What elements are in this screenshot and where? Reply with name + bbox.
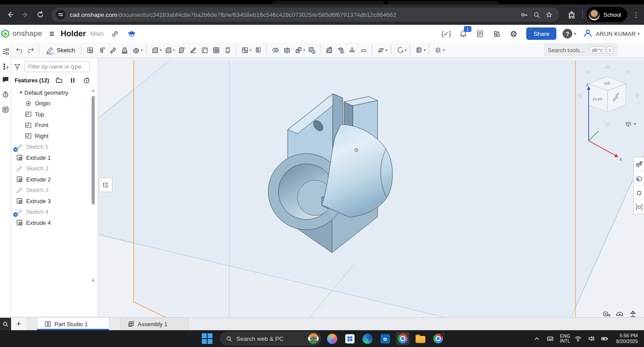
- new-tab-button[interactable]: +: [11, 318, 26, 330]
- chevron-down-icon[interactable]: ▾: [303, 48, 305, 52]
- tab-part-studio-1[interactable]: Part Studio 1: [37, 318, 109, 330]
- zoom-icon[interactable]: [530, 8, 543, 21]
- tray-chevron-up-icon[interactable]: [532, 333, 542, 344]
- browser-menu-icon[interactable]: ⋮: [631, 11, 641, 19]
- properties-panel-icon[interactable]: [1, 105, 10, 114]
- offset-surface-icon[interactable]: [358, 44, 369, 56]
- tree-group-default-geometry[interactable]: ▼ Default geometry: [11, 87, 98, 98]
- mass-properties-icon[interactable]: [628, 308, 638, 317]
- password-key-icon[interactable]: [518, 8, 530, 21]
- site-settings-icon[interactable]: [56, 10, 66, 19]
- cylinder-icon[interactable]: [222, 44, 233, 56]
- composite-curve-icon[interactable]: [394, 44, 405, 56]
- isolate-icon[interactable]: [634, 200, 644, 214]
- view-cube[interactable]: Top Front Right Z X: [575, 62, 644, 162]
- transform-icon[interactable]: [293, 44, 304, 56]
- reload-button[interactable]: [33, 7, 48, 22]
- viewport-canvas[interactable]: [98, 58, 644, 317]
- rollback-history-icon[interactable]: [83, 77, 90, 84]
- split-icon[interactable]: [281, 44, 293, 56]
- file-explorer-app-icon[interactable]: [414, 332, 427, 345]
- tree-item-sketch-3[interactable]: Sketch 3: [11, 185, 98, 196]
- tree-scrollbar[interactable]: ▲ ▼: [91, 87, 96, 286]
- chevron-down-icon[interactable]: ▾: [405, 48, 406, 52]
- scroll-down-icon[interactable]: ▼: [91, 278, 95, 283]
- workspace-branch[interactable]: Main: [90, 30, 104, 37]
- appearance-icon[interactable]: [634, 158, 644, 172]
- suppress-pause-icon[interactable]: [69, 77, 77, 84]
- rib-icon[interactable]: [187, 44, 199, 56]
- redo-icon[interactable]: [25, 44, 36, 56]
- browser-profile-button[interactable]: School: [586, 7, 627, 22]
- forward-button[interactable]: [18, 7, 33, 22]
- app-store-icon[interactable]: [491, 28, 502, 39]
- chevron-down-icon[interactable]: ▾: [141, 48, 143, 52]
- linear-pattern-icon[interactable]: [239, 44, 251, 56]
- chevron-down-icon[interactable]: ▾: [160, 48, 162, 52]
- search-tools-box[interactable]: Search tools... alt/⌥ c: [544, 44, 617, 56]
- modify-fillet-icon[interactable]: [323, 44, 335, 56]
- wifi-icon[interactable]: [573, 333, 583, 344]
- comments-panel-icon[interactable]: [1, 75, 10, 84]
- origin-marker[interactable]: [355, 149, 358, 152]
- microsoft-store-app-icon[interactable]: [343, 332, 356, 345]
- chevron-down-icon[interactable]: ▾: [173, 48, 175, 52]
- chevron-down-icon[interactable]: ▾: [386, 48, 387, 52]
- browser-tab-hint[interactable]: [387, 1, 499, 4]
- notifications-bell-icon[interactable]: 1: [457, 28, 469, 39]
- extensions-icon[interactable]: [564, 7, 579, 22]
- tree-item-front-plane[interactable]: Front: [11, 120, 98, 131]
- section-view-icon[interactable]: [634, 172, 644, 186]
- add-folder-icon[interactable]: [55, 77, 63, 84]
- sweep-icon[interactable]: [107, 44, 119, 56]
- move-face-icon[interactable]: [346, 44, 358, 56]
- copilot-app-icon[interactable]: [325, 332, 339, 345]
- sketch-button[interactable]: Sketch: [42, 44, 78, 56]
- tree-item-extrude-2[interactable]: Extrude 2: [11, 174, 98, 185]
- chevron-down-icon[interactable]: ▾: [443, 48, 444, 52]
- filter-input[interactable]: [24, 62, 90, 72]
- shell-icon[interactable]: [199, 44, 210, 56]
- document-menu-icon[interactable]: ≡: [49, 29, 54, 39]
- browser-tab-hint[interactable]: [272, 1, 384, 4]
- settings-gear-icon[interactable]: [432, 44, 443, 56]
- variables-panel-icon[interactable]: [1, 62, 10, 71]
- delete-face-icon[interactable]: [335, 44, 346, 56]
- tree-item-extrude-3[interactable]: Extrude 3: [11, 196, 98, 207]
- language-indicator[interactable]: ENGINTL: [560, 334, 570, 343]
- hole-icon[interactable]: [210, 44, 222, 56]
- delete-part-icon[interactable]: [306, 44, 317, 56]
- 3d-viewport[interactable]: Top Front Right Z X ▾: [98, 58, 644, 317]
- tree-item-sketch-1[interactable]: Sketch 1: [11, 142, 98, 153]
- url-host[interactable]: cad.onshape.com: [70, 12, 117, 18]
- scrollbar-thumb[interactable]: [92, 96, 95, 204]
- view-options-button[interactable]: ▾: [622, 119, 639, 129]
- battery-icon[interactable]: [599, 333, 610, 344]
- chevron-down-icon[interactable]: ▼: [19, 90, 24, 95]
- plane-icon[interactable]: [375, 44, 386, 56]
- edge-app-icon[interactable]: [361, 332, 374, 345]
- tab-assembly-1[interactable]: Assembly 1: [120, 318, 188, 330]
- tree-item-top-plane[interactable]: Top: [11, 109, 98, 120]
- chrome-profile-app-icon[interactable]: [432, 332, 445, 345]
- start-button[interactable]: [201, 333, 213, 344]
- undo-icon[interactable]: [13, 44, 25, 56]
- clock[interactable]: 5:56 PM 8/20/2025: [616, 333, 638, 344]
- help-menu[interactable]: ? ▾: [563, 29, 576, 39]
- chrome-app-icon-active[interactable]: [396, 332, 409, 345]
- help-icon[interactable]: ?: [563, 29, 572, 39]
- document-title[interactable]: Holder: [61, 29, 86, 39]
- revolve-icon[interactable]: [96, 44, 107, 56]
- tree-item-origin[interactable]: Origin: [11, 98, 98, 109]
- exploded-view-icon[interactable]: [634, 186, 644, 200]
- search-tabs-button[interactable]: [0, 318, 11, 330]
- scroll-up-icon[interactable]: ▲: [91, 88, 95, 93]
- url-path[interactable]: /documents/c34283abf4c8e7ba2b6de7fb/w/63…: [117, 12, 518, 18]
- protractor-icon[interactable]: [614, 308, 625, 317]
- back-button[interactable]: [3, 7, 18, 22]
- share-button[interactable]: Share: [526, 27, 556, 40]
- tree-item-sketch-4[interactable]: Sketch 4: [11, 207, 98, 218]
- taskbar-search-box[interactable]: Search web & PC: [220, 332, 321, 345]
- chevron-down-icon[interactable]: ▾: [424, 48, 425, 52]
- history-panel-icon[interactable]: [1, 90, 10, 99]
